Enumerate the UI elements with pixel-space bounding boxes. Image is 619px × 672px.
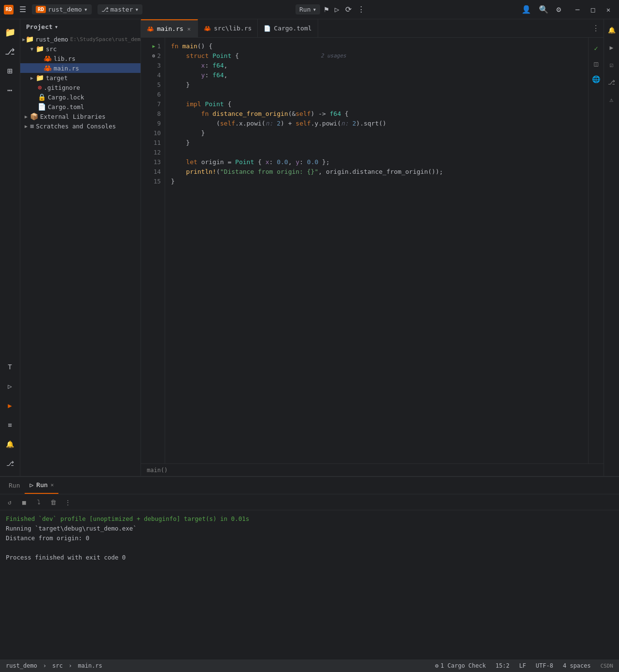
breadcrumb-main[interactable]: main() — [147, 467, 168, 474]
sidebar-content: ▶ 📁 rust_demo E:\StudySpace\rust_dem ▼ 📁… — [20, 34, 141, 476]
run-gutter-1[interactable]: ▶ — [152, 42, 155, 51]
activity-structure-icon[interactable]: ⊞ — [1, 62, 19, 79]
clear-output-button[interactable]: 🗑 — [47, 496, 59, 508]
activity-terminal-icon[interactable]: T — [1, 358, 19, 376]
status-position[interactable]: 15:2 — [493, 662, 511, 669]
status-indent-text: 4 spaces — [563, 662, 591, 669]
vcs-button[interactable]: ⚑ — [322, 3, 331, 16]
panel-tab-run-label[interactable]: Run — [4, 477, 25, 494]
restart-button[interactable]: ↺ — [4, 496, 15, 508]
status-project[interactable]: rust_demo — [4, 662, 39, 669]
activity-run-icon[interactable]: ▷ — [1, 378, 19, 395]
tab-cargo-toml[interactable]: 📄 Cargo.toml — [258, 19, 318, 37]
tab-lib-rs[interactable]: 🦀 src\lib.rs — [198, 19, 258, 37]
activity-folder-icon[interactable]: 📁 — [1, 23, 19, 41]
tree-item-external-libraries[interactable]: ▶ 📦 External Libraries — [20, 112, 141, 121]
status-src[interactable]: src — [50, 662, 65, 669]
editor-content[interactable]: ▶ 1 ⚙ 2 3 4 5 6 7 8 9 10 11 12 13 14 15 — [141, 38, 604, 463]
status-indent[interactable]: 4 spaces — [561, 662, 593, 669]
code-area[interactable]: fn main() { struct Point { 2 usages x: f… — [165, 38, 588, 463]
more-run-button[interactable]: ⋮ — [355, 3, 367, 16]
tree-item-target[interactable]: ▶ 📁 target — [20, 73, 141, 83]
right-tool-problems[interactable]: ⚠ — [605, 93, 619, 106]
tree-item-src[interactable]: ▼ 📁 src — [20, 44, 141, 54]
status-sep1: › — [43, 662, 46, 669]
panel-tab-run-active[interactable]: ▷ Run ✕ — [25, 477, 58, 494]
status-encoding[interactable]: UTF-8 — [534, 662, 555, 669]
activity-notification-icon[interactable]: 🔔 — [1, 435, 19, 453]
punct-8a: (& — [288, 109, 296, 119]
status-encoding-text: UTF-8 — [536, 662, 553, 669]
play-button[interactable]: ▷ — [333, 3, 341, 16]
branch-selector[interactable]: ⎇ master ▾ — [98, 4, 143, 14]
panel-tab-run-active-text: Run — [36, 481, 47, 489]
debug-button[interactable]: ⟳ — [343, 3, 353, 16]
editor-check-icon[interactable]: ✓ — [590, 42, 603, 55]
cargo-check-item[interactable]: ⚙ 1 Cargo Check — [433, 662, 488, 669]
kw-struct: struct — [171, 51, 212, 61]
right-tool-panel: 🔔 ▶ ☑ ⎇ ⚠ — [604, 19, 619, 476]
tree-item-cargo-toml[interactable]: 📄 Cargo.toml — [20, 102, 141, 112]
stop-button[interactable]: ■ — [18, 496, 30, 508]
app-icon: RD — [4, 5, 14, 14]
close-button[interactable]: ✕ — [602, 3, 615, 16]
title-bar: RD ☰ RD rust_demo ▾ ⎇ master ▾ Run ▾ ⚑ ▷… — [0, 0, 619, 19]
tab-icon-cargo-toml: 📄 — [264, 25, 271, 32]
console-line-2: Running `target\debug\rust_demo.exe` — [6, 524, 613, 533]
right-tool-notifications[interactable]: 🔔 — [605, 23, 619, 37]
type-f64-y: f64 — [212, 70, 224, 80]
activity-play-icon[interactable]: ▶ — [1, 397, 19, 414]
tree-item-gitignore[interactable]: ⊗ .gitignore — [20, 83, 141, 92]
num-00-y: 0.0 — [307, 157, 318, 167]
status-position-text: 15:2 — [495, 662, 509, 669]
code-line-12 — [171, 148, 588, 157]
sidebar-title[interactable]: Project ▾ — [26, 23, 58, 30]
line-num-2: ⚙ 2 — [141, 51, 161, 61]
profile-button[interactable]: 👤 — [520, 3, 533, 16]
gutter-icon-2[interactable]: ⚙ — [152, 51, 155, 61]
minimize-button[interactable]: ─ — [571, 3, 584, 16]
tree-item-scratches[interactable]: ▶ ≡ Scratches and Consoles — [20, 121, 141, 131]
tab-main-rs[interactable]: 🦀 main.rs ✕ — [141, 19, 198, 37]
activity-list-icon[interactable]: ≡ — [1, 416, 19, 434]
panel-tab-close-run[interactable]: ✕ — [51, 482, 54, 488]
activity-more-icon[interactable]: ⋯ — [1, 81, 19, 98]
search-button[interactable]: 🔍 — [537, 3, 550, 16]
project-dropdown-icon: ▾ — [84, 6, 88, 13]
type-point-impl: Point — [205, 99, 224, 109]
right-tool-git[interactable]: ⎇ — [605, 75, 619, 89]
tab-more-button[interactable]: ⋮ — [588, 24, 604, 33]
tree-item-main-rs[interactable]: 🦀 main.rs — [20, 63, 141, 73]
panel-tab-run-text: Run — [9, 482, 20, 489]
right-tool-todo[interactable]: ☑ — [605, 58, 619, 71]
tab-close-main-rs[interactable]: ✕ — [186, 25, 192, 33]
activity-git-icon[interactable]: ⎇ — [1, 42, 19, 60]
scroll-to-end-button[interactable]: ⤵ — [33, 496, 44, 508]
editor-diff-icon[interactable]: ◫ — [590, 57, 603, 70]
sidebar-title-text: Project — [26, 23, 53, 30]
folder-icon-rust-demo: 📁 — [26, 35, 34, 43]
project-selector[interactable]: RD rust_demo ▾ — [32, 4, 92, 14]
tree-item-rust-demo[interactable]: ▶ 📁 rust_demo E:\StudySpace\rust_dem — [20, 34, 141, 44]
run-button[interactable]: Run ▾ — [295, 4, 320, 14]
usages-text: 2 usages — [321, 51, 346, 61]
fn-distance: distance_from_origin — [212, 109, 288, 119]
settings-button[interactable]: ⚙ — [554, 3, 563, 16]
panel-tab-bar: Run ▷ Run ✕ — [0, 477, 619, 494]
right-tool-run[interactable]: ▶ — [605, 41, 619, 54]
punct-2: { — [231, 51, 239, 61]
tree-item-lib-rs[interactable]: 🦀 lib.rs — [20, 54, 141, 63]
arrow-scratches: ▶ — [22, 124, 30, 129]
maximize-button[interactable]: □ — [586, 3, 600, 16]
more-panel-button[interactable]: ⋮ — [62, 496, 73, 508]
tree-item-cargo-lock[interactable]: 🔒 Cargo.lock — [20, 92, 141, 102]
status-file[interactable]: main.rs — [76, 662, 104, 669]
status-lf[interactable]: LF — [517, 662, 528, 669]
panel-output[interactable]: Finished `dev` profile [unoptimized + de… — [0, 510, 619, 659]
editor-world-icon[interactable]: 🌐 — [590, 72, 603, 86]
hamburger-button[interactable]: ☰ — [17, 3, 28, 16]
console-line-1: Finished `dev` profile [unoptimized + de… — [6, 514, 613, 524]
sidebar-dropdown-icon: ▾ — [55, 23, 58, 30]
activity-git-bottom-icon[interactable]: ⎇ — [1, 455, 19, 472]
file-icon-lib-rs: 🦀 — [43, 55, 52, 62]
